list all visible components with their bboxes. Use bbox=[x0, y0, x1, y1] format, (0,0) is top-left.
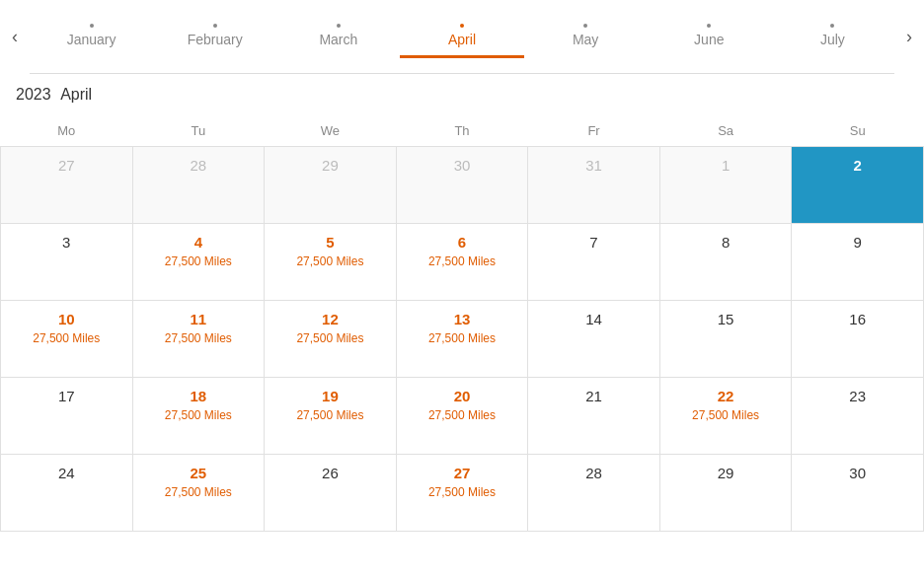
calendar-cell[interactable]: 1227,500 Miles bbox=[265, 301, 397, 378]
miles-label: 27,500 Miles bbox=[269, 331, 392, 345]
month-dot-january bbox=[90, 24, 94, 28]
calendar-cell[interactable]: 31 bbox=[528, 147, 660, 224]
month-tab-july[interactable]: July bbox=[771, 16, 894, 58]
weekday-header-we: We bbox=[265, 115, 397, 147]
calendar-cell[interactable]: 27 bbox=[1, 147, 133, 224]
calendar-cell[interactable]: 16 bbox=[792, 301, 924, 378]
calendar-heading: 2023 April bbox=[0, 74, 924, 115]
weekday-header-fr: Fr bbox=[528, 115, 660, 147]
month-dot-april bbox=[460, 24, 464, 28]
calendar-cell[interactable]: 28 bbox=[132, 147, 265, 224]
month-dot-february bbox=[213, 24, 217, 28]
miles-label: 27,500 Miles bbox=[137, 485, 261, 499]
day-number: 12 bbox=[269, 311, 392, 327]
weekday-header-su: Su bbox=[792, 115, 924, 147]
calendar-cell[interactable]: 2227,500 Miles bbox=[659, 378, 792, 455]
day-number: 5 bbox=[269, 234, 392, 251]
day-number: 21 bbox=[532, 388, 655, 404]
month-navigation: ‹ JanuaryFebruaryMarchAprilMayJuneJuly › bbox=[0, 0, 924, 74]
miles-label: 27,500 Miles bbox=[137, 331, 261, 345]
calendar-cell[interactable]: 1827,500 Miles bbox=[132, 378, 265, 455]
day-number: 10 bbox=[5, 311, 128, 327]
calendar-cell[interactable]: 28 bbox=[528, 455, 660, 532]
miles-label: 27,500 Miles bbox=[137, 408, 261, 422]
miles-label: 27,500 Miles bbox=[401, 485, 524, 499]
day-number: 18 bbox=[137, 388, 261, 404]
calendar-cell[interactable]: 23 bbox=[792, 378, 924, 455]
calendar-cell[interactable]: 1 bbox=[659, 147, 792, 224]
weekday-header-mo: Mo bbox=[1, 115, 133, 147]
calendar-month-label: April bbox=[60, 86, 92, 103]
calendar-cell[interactable]: 1027,500 Miles bbox=[1, 301, 133, 378]
day-number: 11 bbox=[137, 311, 261, 327]
calendar-cell[interactable]: 21 bbox=[528, 378, 660, 455]
month-dot-june bbox=[707, 24, 711, 28]
day-number: 13 bbox=[401, 311, 524, 327]
calendar-cell[interactable]: 30 bbox=[396, 147, 528, 224]
miles-label: 27,500 Miles bbox=[269, 254, 392, 268]
month-tab-march[interactable]: March bbox=[276, 16, 400, 58]
day-number: 14 bbox=[532, 311, 655, 327]
miles-label: 27,500 Miles bbox=[401, 331, 524, 345]
day-number: 15 bbox=[664, 311, 788, 327]
day-number: 19 bbox=[269, 388, 392, 404]
calendar-cell[interactable]: 29 bbox=[265, 147, 397, 224]
calendar-cell[interactable]: 1127,500 Miles bbox=[132, 301, 265, 378]
day-number: 30 bbox=[796, 465, 919, 481]
calendar-cell[interactable]: 30 bbox=[792, 455, 924, 532]
calendar-cell[interactable]: 427,500 Miles bbox=[132, 224, 265, 301]
day-number: 4 bbox=[137, 234, 261, 251]
month-tab-january[interactable]: January bbox=[30, 16, 153, 58]
month-dot-may bbox=[583, 24, 587, 28]
calendar-cell[interactable]: 2 bbox=[792, 147, 924, 224]
day-number: 9 bbox=[796, 234, 919, 251]
calendar-cell[interactable]: 3 bbox=[1, 224, 133, 301]
month-tab-june[interactable]: June bbox=[648, 16, 771, 58]
month-dot-march bbox=[337, 24, 341, 28]
weekday-header-sa: Sa bbox=[659, 115, 792, 147]
calendar-cell[interactable]: 24 bbox=[1, 455, 133, 532]
day-number: 30 bbox=[401, 157, 524, 174]
calendar-cell[interactable]: 627,500 Miles bbox=[396, 224, 528, 301]
calendar-cell[interactable]: 29 bbox=[659, 455, 792, 532]
day-number: 7 bbox=[532, 234, 655, 251]
calendar-cell[interactable]: 17 bbox=[1, 378, 133, 455]
month-tab-april[interactable]: April bbox=[400, 16, 523, 58]
calendar-cell[interactable]: 8 bbox=[659, 224, 792, 301]
day-number: 29 bbox=[269, 157, 392, 174]
calendar-table: MoTuWeThFrSaSu 2728293031123427,500 Mile… bbox=[0, 115, 924, 532]
day-number: 1 bbox=[664, 157, 788, 174]
day-number: 27 bbox=[5, 157, 128, 174]
day-number: 27 bbox=[401, 465, 524, 481]
calendar-cell[interactable]: 7 bbox=[528, 224, 660, 301]
day-number: 3 bbox=[5, 234, 128, 251]
calendar-cell[interactable]: 2027,500 Miles bbox=[396, 378, 528, 455]
day-number: 28 bbox=[137, 157, 261, 174]
calendar-cell[interactable]: 14 bbox=[528, 301, 660, 378]
day-number: 6 bbox=[401, 234, 524, 251]
calendar-cell[interactable]: 26 bbox=[265, 455, 397, 532]
prev-month-button[interactable]: ‹ bbox=[0, 0, 30, 74]
calendar-cell[interactable]: 2727,500 Miles bbox=[396, 455, 528, 532]
day-number: 26 bbox=[269, 465, 392, 481]
month-tab-may[interactable]: May bbox=[524, 16, 648, 58]
day-number: 29 bbox=[664, 465, 788, 481]
miles-label: 27,500 Miles bbox=[137, 254, 261, 268]
month-tabs: JanuaryFebruaryMarchAprilMayJuneJuly bbox=[30, 16, 894, 58]
calendar-cell[interactable]: 2527,500 Miles bbox=[132, 455, 265, 532]
calendar-cell[interactable]: 15 bbox=[659, 301, 792, 378]
miles-label: 27,500 Miles bbox=[401, 408, 524, 422]
calendar-cell[interactable]: 1927,500 Miles bbox=[265, 378, 397, 455]
day-number: 20 bbox=[401, 388, 524, 404]
month-label-june: June bbox=[694, 32, 724, 47]
miles-label: 27,500 Miles bbox=[664, 408, 788, 422]
calendar-cell[interactable]: 527,500 Miles bbox=[265, 224, 397, 301]
calendar-cell[interactable]: 9 bbox=[792, 224, 924, 301]
day-number: 2 bbox=[796, 157, 919, 174]
day-number: 31 bbox=[532, 157, 655, 174]
month-tab-february[interactable]: February bbox=[153, 16, 276, 58]
calendar-year: 2023 bbox=[16, 86, 51, 103]
month-label-april: April bbox=[448, 32, 476, 47]
calendar-cell[interactable]: 1327,500 Miles bbox=[396, 301, 528, 378]
next-month-button[interactable]: › bbox=[894, 0, 924, 74]
